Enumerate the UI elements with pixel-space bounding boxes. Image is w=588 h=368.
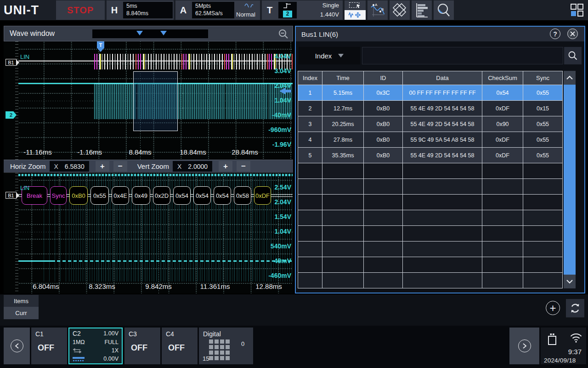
t-axis-label: 8.323ms [89,282,115,290]
table-row[interactable]: 2 12.7ms 0xB0 55 4E 49 2D 54 54 54 58 0x… [298,101,563,116]
bus1-tag[interactable]: B1 [6,192,17,199]
add-button[interactable]: + [546,301,560,315]
channel2-card[interactable]: C21.00V 1MΩFULL 1X 0.00V [68,328,123,364]
coupling-icon [73,348,82,353]
v-axis-label: 1.04V [259,228,291,235]
vert-zoom-value[interactable]: X 2.0000 [173,161,212,172]
horizontal-key: H [107,0,122,20]
channel-bar-next-button[interactable] [509,328,539,364]
acquire-values: 5Mpts 62.5MSa/s [192,2,234,18]
decode-frame: 0x58 [234,186,251,205]
histogram-icon [414,2,430,18]
refresh-button[interactable] [566,299,584,317]
table-row[interactable]: 4 27.8ms 0xB0 55 9C 49 5A 54 A8 54 58 0x… [298,132,563,148]
zoom-control-bar: Horiz Zoom X 6.5830 + − Vert Zoom X 2.00… [4,160,293,173]
channel4-card[interactable]: C4 OFF [162,328,198,364]
search-button[interactable] [564,47,582,64]
vert-zoom-minus-button[interactable]: − [237,161,250,172]
memory-depth: 5Mpts [195,3,231,10]
window-layout-button[interactable] [566,0,588,20]
channel-bar-prev-button[interactable] [4,328,30,364]
chevron-right-icon [518,339,531,352]
ch2-probe: 1X [112,348,119,354]
wave-drag-tool-button[interactable] [345,10,366,20]
search-input[interactable] [362,47,563,64]
trigger-level-arrow-icon[interactable] [279,88,291,94]
digital-channels-card[interactable]: Digital 0 15 [199,328,253,364]
horiz-zoom-label: Horiz Zoom [10,162,46,170]
table-scrollbar[interactable] [564,71,576,288]
search-bar: Index [299,47,582,64]
main-waveform-graph[interactable]: T LIN B1 2 4.04V 3.04V 2.04V 1.04V -40mV… [4,41,293,160]
panel-title: Bus1 LIN(6) [296,30,338,38]
trigger-mode: Single [322,2,339,9]
timebase-delay: 8.840ms [126,10,170,17]
bus-name-label: LIN [20,184,29,191]
statistics-button[interactable] [412,0,432,20]
help-button[interactable]: ? [550,29,560,39]
decode-frame: 0x49 [132,186,150,205]
lin-decode-frames: Break Sync 0xB0 0x55 0x4E 0x49 0x2D 0x54… [22,186,271,205]
tab-items[interactable]: Items [4,295,39,307]
horiz-zoom-value[interactable]: X 6.5830 [50,161,89,172]
table-header-row: Index Time ID Data CheckSum Sync [298,71,563,85]
box-select-icon [349,2,362,9]
horiz-zoom-plus-button[interactable]: + [96,161,109,172]
table-row[interactable]: 5 35.35ms 0xB0 55 4E 49 2D 54 54 54 58 0… [298,148,563,163]
table-row-empty [298,163,563,179]
ch2-impedance: 1MΩ [73,339,85,345]
channel3-card[interactable]: C3 OFF [124,328,160,364]
scrollbar-thumb[interactable] [564,85,576,275]
scroll-up-button[interactable] [564,71,576,85]
decode-frame: 0x54 [214,186,231,205]
vert-zoom-plus-button[interactable]: + [219,161,232,172]
trigger-position-marker[interactable]: T [97,41,104,48]
marker-triangle-icon[interactable] [160,31,167,35]
scroll-down-button[interactable] [564,275,576,288]
table-row-empty [298,242,563,257]
trigger-type-box: 2 [278,2,297,18]
zoom-out-button[interactable] [278,29,289,40]
wave-window-title: Wave window [4,29,55,38]
measure-button[interactable] [390,0,410,20]
zoom-selection-rect[interactable] [133,71,178,131]
acquire-menu-button[interactable]: A 5Mpts 62.5MSa/s Normal [175,0,260,20]
bus-packet [94,54,136,69]
magnifier-icon [435,2,452,18]
horiz-zoom-minus-button[interactable]: − [113,161,127,172]
box-select-tool-button[interactable] [345,0,366,10]
timebase-scale: 5ms [126,3,170,10]
horizontal-menu-button[interactable]: H 5ms 8.840ms [107,0,174,20]
zoom-waveform-graph[interactable]: Break Sync 0xB0 0x55 0x4E 0x49 0x2D 0x54… [4,173,293,293]
column-header: CheckSum [482,71,523,85]
svg-text:A: A [375,3,378,7]
filter-dropdown[interactable]: Index [299,47,360,64]
channel1-card[interactable]: C1 OFF [31,328,67,364]
clock-time: 9:37 [568,348,582,356]
lin-frames-table: Index Time ID Data CheckSum Sync 1 5.15m… [298,71,563,288]
decode-frame: Sync [50,186,67,205]
cursor-measure-button[interactable]: AB [368,0,388,20]
table-row[interactable]: 3 20.25ms 0xB0 55 4E 49 2D 54 54 54 58 0… [298,116,563,132]
ch2-offset: 0.00V [103,356,119,362]
run-stop-button[interactable]: STOP [56,0,105,20]
brand-logo: UNI-T [0,0,55,20]
bus1-tag[interactable]: B1 [6,59,17,66]
zoom-search-button[interactable] [434,0,454,20]
v-axis-label: 1.04V [259,97,291,104]
ch2-trace-low [18,260,293,262]
close-button[interactable] [567,29,578,39]
v-axis-label: 1.54V [259,213,291,220]
trigger-source-badge: 2 [283,11,292,17]
v-axis-label: 4.04V [259,52,291,60]
t-axis-label: 6.804ms [33,282,59,290]
t-axis-label: -1.16ms [77,148,102,156]
marker-triangle-icon[interactable] [136,31,143,35]
clock-date: 2024/09/18 [544,357,576,364]
tab-curr[interactable]: Curr [4,307,39,319]
ch2-activity [183,83,225,119]
table-row[interactable]: 1 5.15ms 0x3C 00 FF FF FF FF FF FF FF 0x… [298,85,563,101]
trigger-menu-button[interactable]: T 2 Single 1.440V [262,0,343,20]
wave-overview-strip[interactable] [92,29,208,38]
v-axis-label: -960mV [259,126,291,133]
